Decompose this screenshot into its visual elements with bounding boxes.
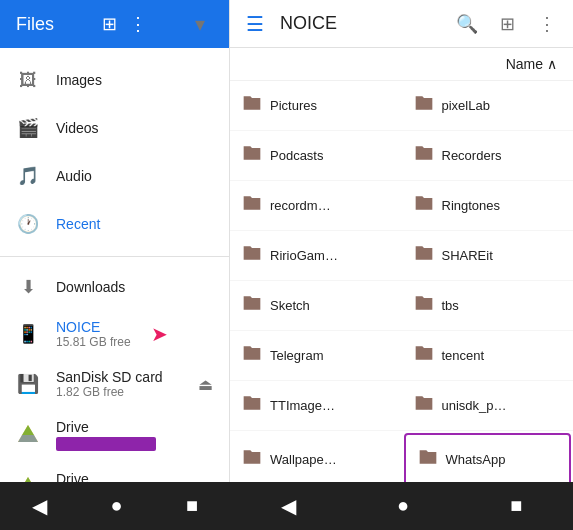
recents-button[interactable]: ■ [178, 486, 206, 526]
folder-item-whatsapp[interactable]: WhatsApp [404, 433, 572, 482]
nav-label-audio: Audio [56, 168, 92, 184]
sort-arrow-icon[interactable]: ∧ [547, 56, 557, 72]
right-panel: ☰ NOICE 🔍 ⊞ ⋮ Name ∧ PicturespixelLabPod… [230, 0, 573, 482]
folder-name-wallpape: Wallpape… [270, 452, 337, 467]
nav-item-recent[interactable]: 🕐 Recent [0, 200, 229, 248]
folder-name-tbs: tbs [442, 298, 459, 313]
folder-name-pictures: Pictures [270, 98, 317, 113]
folder-item-telegram[interactable]: Telegram [230, 331, 402, 381]
folder-item-sketch[interactable]: Sketch [230, 281, 402, 331]
nav-label-videos: Videos [56, 120, 99, 136]
folder-item-tbs[interactable]: tbs [402, 281, 574, 331]
folder-icon-whatsapp [418, 447, 438, 472]
eject-icon[interactable]: ⏏ [198, 375, 213, 394]
storage-item-sandisk[interactable]: 💾 SanDisk SD card 1.82 GB free ⏏ [0, 359, 229, 409]
folder-name-ttimage: TTImage… [270, 398, 335, 413]
folder-icon-sketch [242, 293, 262, 318]
audio-icon: 🎵 [16, 164, 40, 188]
recents-button-right[interactable]: ■ [502, 486, 530, 526]
folder-item-shareit[interactable]: SHAREit [402, 231, 574, 281]
left-panel: Files ⊞ ⋮ ▾ 🖼 Images 🎬 Videos 🎵 Audio [0, 0, 230, 482]
sandisk-icon: 💾 [16, 372, 40, 396]
dropdown-arrow-icon: ▾ [195, 12, 205, 36]
home-button-right[interactable]: ● [389, 486, 417, 526]
folder-name-tencent: tencent [442, 348, 485, 363]
folder-name-pixellab: pixelLab [442, 98, 490, 113]
search-icon: 🔍 [456, 13, 478, 35]
storage-section: ⬇ Downloads 📱 NOICE 15.81 GB free ➤ 💾 Sa… [0, 257, 229, 482]
back-button[interactable]: ◀ [24, 486, 55, 526]
folder-icon-recordm [242, 193, 262, 218]
folder-name-recorders: Recorders [442, 148, 502, 163]
noice-info: NOICE 15.81 GB free [56, 319, 131, 349]
more-options-icon-right: ⋮ [538, 13, 556, 35]
images-icon: 🖼 [16, 68, 40, 92]
folder-item-ringtones[interactable]: Ringtones [402, 181, 574, 231]
drive-item-2[interactable]: Drive [0, 461, 229, 482]
folder-item-pixellab[interactable]: pixelLab [402, 81, 574, 131]
folder-icon-telegram [242, 343, 262, 368]
folder-name-unisdk: unisdk_p… [442, 398, 507, 413]
folder-icon-recorders [414, 143, 434, 168]
home-button[interactable]: ● [102, 486, 130, 526]
left-header: Files ⊞ ⋮ ▾ [0, 0, 229, 48]
folder-item-unisdk[interactable]: unisdk_p… [402, 381, 574, 431]
folder-item-recorders[interactable]: Recorders [402, 131, 574, 181]
storage-item-noice[interactable]: 📱 NOICE 15.81 GB free ➤ [0, 309, 229, 359]
nav-item-videos[interactable]: 🎬 Videos [0, 104, 229, 152]
downloads-label: Downloads [56, 279, 125, 295]
folder-icon-ringtones [414, 193, 434, 218]
folder-icon-ririogam [242, 243, 262, 268]
search-button[interactable]: 🔍 [449, 6, 485, 42]
noice-device-icon: 📱 [16, 322, 40, 346]
right-header: ☰ NOICE 🔍 ⊞ ⋮ [230, 0, 573, 48]
folders-grid: PicturespixelLabPodcastsRecordersrecordm… [230, 81, 573, 482]
folder-icon-ttimage [242, 393, 262, 418]
hamburger-menu-icon[interactable]: ☰ [238, 4, 272, 44]
nav-label-recent: Recent [56, 216, 100, 232]
sandisk-free: 1.82 GB free [56, 385, 163, 399]
back-button-right[interactable]: ◀ [273, 486, 304, 526]
folder-icon-shareit [414, 243, 434, 268]
noice-label: NOICE [56, 319, 131, 335]
bottom-nav-left: ◀ ● ■ [0, 486, 230, 526]
storage-item-downloads[interactable]: ⬇ Downloads [0, 265, 229, 309]
folder-icon-podcasts [242, 143, 262, 168]
noice-free: 15.81 GB free [56, 335, 131, 349]
folder-item-ririogam[interactable]: RirioGam… [230, 231, 402, 281]
videos-icon: 🎬 [16, 116, 40, 140]
folder-name-shareit: SHAREit [442, 248, 493, 263]
nav-item-audio[interactable]: 🎵 Audio [0, 152, 229, 200]
right-header-actions: 🔍 ⊞ ⋮ [449, 6, 565, 42]
folder-item-tencent[interactable]: tencent [402, 331, 574, 381]
folder-name-ringtones: Ringtones [442, 198, 501, 213]
folder-item-recordm[interactable]: recordm… [230, 181, 402, 231]
sandisk-info: SanDisk SD card 1.82 GB free [56, 369, 163, 399]
sandisk-label: SanDisk SD card [56, 369, 163, 385]
downloads-icon: ⬇ [16, 275, 40, 299]
left-header-icons: ⊞ ⋮ [102, 13, 147, 35]
drive-icon-1 [16, 423, 40, 447]
folder-item-wallpape[interactable]: Wallpape… [230, 431, 402, 482]
folder-name-ririogam: RirioGam… [270, 248, 338, 263]
folder-icon-pixellab [414, 93, 434, 118]
folder-item-ttimage[interactable]: TTImage… [230, 381, 402, 431]
nav-section: 🖼 Images 🎬 Videos 🎵 Audio 🕐 Recent [0, 48, 229, 257]
folder-item-pictures[interactable]: Pictures [230, 81, 402, 131]
more-options-button[interactable]: ⋮ [529, 6, 565, 42]
recent-icon: 🕐 [16, 212, 40, 236]
drive-label-2: Drive [56, 471, 156, 482]
grid-view-icon-right: ⊞ [500, 13, 515, 35]
more-options-icon[interactable]: ⋮ [129, 13, 147, 35]
folder-item-podcasts[interactable]: Podcasts [230, 131, 402, 181]
folder-name-sketch: Sketch [270, 298, 310, 313]
folder-name-podcasts: Podcasts [270, 148, 323, 163]
sort-label[interactable]: Name [506, 56, 543, 72]
nav-label-images: Images [56, 72, 102, 88]
grid-view-icon[interactable]: ⊞ [102, 13, 117, 35]
grid-view-button[interactable]: ⊞ [489, 6, 525, 42]
noice-arrow-icon: ➤ [151, 322, 168, 346]
drive-item-1[interactable]: Drive [0, 409, 229, 461]
nav-item-images[interactable]: 🖼 Images [0, 56, 229, 104]
folder-icon-unisdk [414, 393, 434, 418]
